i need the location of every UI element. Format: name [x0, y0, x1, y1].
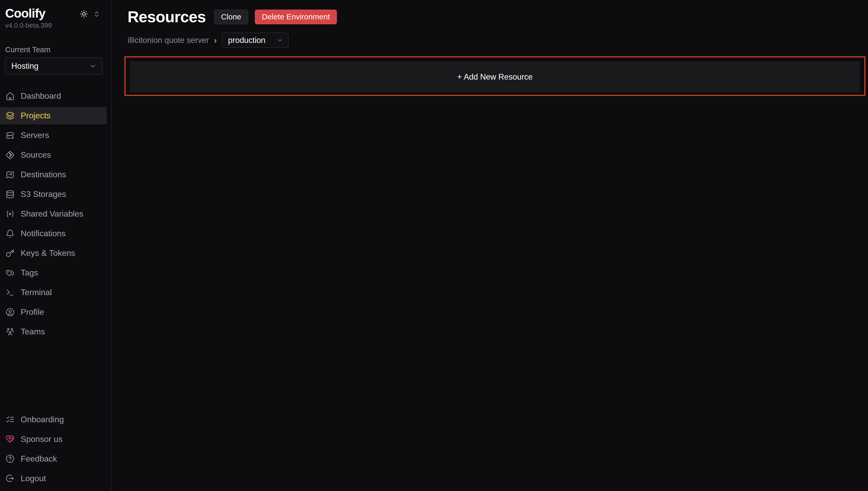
breadcrumb-project-link[interactable]: illicitonion quote server: [128, 36, 209, 45]
team-select[interactable]: Hosting: [5, 58, 102, 75]
app-logo: Coolify: [5, 7, 45, 21]
git-icon: [6, 151, 14, 160]
database-icon: [6, 190, 14, 199]
bell-icon: [6, 229, 14, 238]
sidebar-item-label: Onboarding: [21, 415, 64, 424]
team-select-value: Hosting: [11, 61, 38, 71]
sidebar-footer-nav: Onboarding Sponsor us Feedback Logout: [0, 411, 111, 491]
sidebar-item-tags[interactable]: Tags: [0, 264, 106, 282]
sidebar-item-label: Shared Variables: [21, 209, 83, 219]
sidebar-item-shared-variables[interactable]: Shared Variables: [0, 205, 106, 223]
sidebar-item-onboarding[interactable]: Onboarding: [0, 411, 106, 428]
sidebar: Coolify v4.0.0-beta.399 Current Team Hos…: [0, 0, 112, 491]
environment-select[interactable]: production: [222, 33, 289, 48]
sidebar-item-label: Feedback: [21, 454, 57, 464]
sidebar-item-label: Servers: [21, 131, 49, 140]
sidebar-item-label: Teams: [21, 327, 45, 337]
main-content: Resources Clone Delete Environment illic…: [112, 0, 868, 491]
sidebar-item-projects[interactable]: Projects: [0, 107, 106, 124]
help-circle-icon: [6, 454, 14, 463]
sidebar-item-terminal[interactable]: Terminal: [0, 284, 106, 301]
sidebar-item-sources[interactable]: Sources: [0, 147, 106, 164]
variable-icon: [6, 209, 14, 219]
sidebar-item-label: Terminal: [21, 288, 52, 297]
page-header: Resources Clone Delete Environment: [128, 8, 868, 26]
breadcrumb: illicitonion quote server › production: [128, 33, 868, 48]
list-checks-icon: [6, 415, 14, 424]
sidebar-item-sponsor-us[interactable]: Sponsor us: [0, 431, 106, 447]
sidebar-item-logout[interactable]: Logout: [0, 470, 106, 487]
sidebar-item-label: S3 Storages: [21, 190, 66, 199]
sidebar-item-label: Sponsor us: [21, 434, 62, 444]
key-icon: [6, 249, 14, 258]
tags-icon: [6, 268, 14, 277]
theme-toggle-sun-icon[interactable]: [80, 10, 88, 18]
current-team-label: Current Team: [0, 29, 111, 58]
chevrons-up-down-icon[interactable]: [93, 10, 100, 18]
environment-select-value: production: [228, 36, 266, 45]
sidebar-item-profile[interactable]: Profile: [0, 304, 106, 321]
sidebar-item-label: Tags: [21, 268, 38, 278]
terminal-icon: [6, 288, 14, 297]
sidebar-item-label: Dashboard: [21, 91, 61, 101]
highlight-annotation-box: + Add New Resource: [124, 56, 865, 96]
sidebar-item-destinations[interactable]: Destinations: [0, 166, 106, 183]
layers-icon: [6, 111, 14, 120]
sidebar-item-label: Sources: [21, 150, 51, 160]
map-icon: [6, 170, 14, 179]
chevron-down-icon: [89, 62, 97, 70]
sidebar-item-label: Notifications: [21, 229, 66, 238]
sidebar-item-label: Profile: [21, 307, 44, 317]
page-title: Resources: [128, 8, 206, 26]
sidebar-item-feedback[interactable]: Feedback: [0, 450, 106, 467]
logo-row: Coolify: [0, 0, 111, 21]
sidebar-item-label: Keys & Tokens: [21, 248, 75, 258]
sidebar-item-keys-tokens[interactable]: Keys & Tokens: [0, 245, 106, 262]
app-version: v4.0.0-beta.399: [0, 21, 111, 29]
sidebar-item-servers[interactable]: Servers: [0, 127, 106, 144]
heart-handshake-icon: [6, 435, 14, 443]
logout-icon: [6, 474, 14, 483]
delete-environment-button[interactable]: Delete Environment: [255, 9, 337, 24]
sidebar-item-label: Destinations: [21, 170, 66, 179]
clone-button[interactable]: Clone: [214, 9, 248, 24]
server-bolt-icon: [6, 131, 14, 140]
home-icon: [6, 92, 14, 100]
users-icon: [6, 327, 14, 336]
sidebar-item-notifications[interactable]: Notifications: [0, 225, 106, 242]
sidebar-item-label: Logout: [21, 474, 46, 483]
user-circle-icon: [6, 308, 14, 317]
breadcrumb-chevron-icon: ›: [214, 36, 217, 45]
sidebar-item-s3-storages[interactable]: S3 Storages: [0, 186, 106, 203]
sidebar-spacer: [0, 343, 111, 411]
sidebar-item-label: Projects: [21, 111, 51, 120]
add-new-resource-button[interactable]: + Add New Resource: [129, 61, 861, 93]
sidebar-nav: Dashboard Projects Servers Sources Desti…: [0, 88, 111, 343]
sidebar-item-teams[interactable]: Teams: [0, 323, 106, 340]
top-icons: [80, 10, 100, 18]
sidebar-item-dashboard[interactable]: Dashboard: [0, 88, 106, 105]
chevron-down-icon: [276, 37, 283, 44]
